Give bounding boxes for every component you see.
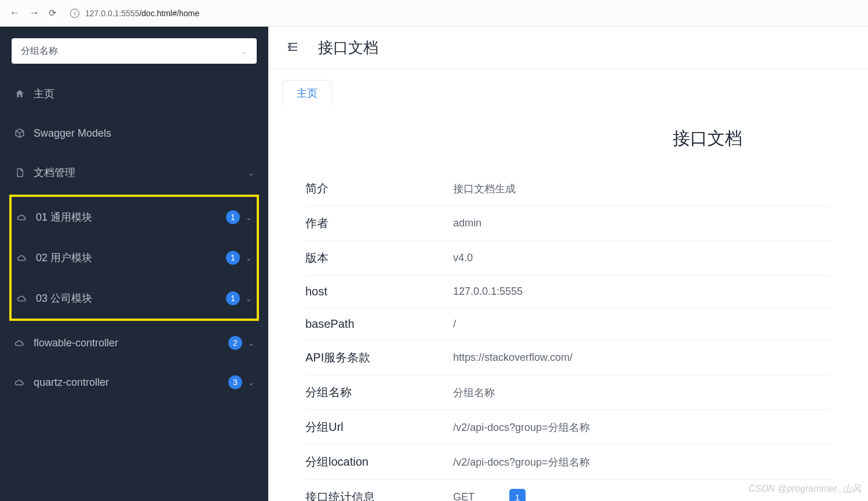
info-label: 作者 <box>305 215 453 231</box>
content-title: 接口文档 <box>583 127 831 151</box>
sidebar-item-label: quartz-controller <box>34 376 109 389</box>
document-icon <box>14 167 25 178</box>
back-button[interactable]: ← <box>9 7 20 19</box>
info-table: 简介 接口文档生成 作者 admin 版本 v4.0 host 127.0.0.… <box>305 171 831 501</box>
chevron-down-icon: ⌄ <box>246 254 252 262</box>
info-row-terms: API服务条款 https://stackoverflow.com/ <box>305 341 831 375</box>
info-value: /v2/api-docs?group=分组名称 <box>453 455 831 469</box>
info-value: /v2/api-docs?group=分组名称 <box>453 420 831 434</box>
url-host: 127.0.0.1:5555 <box>85 9 139 18</box>
url-bar[interactable]: i 127.0.0.1:5555/doc.html#/home <box>70 9 199 18</box>
group-selector-label: 分组名称 <box>21 45 58 57</box>
sidebar-item-home[interactable]: 主页 <box>0 74 268 114</box>
cloud-icon <box>16 294 28 302</box>
info-row-group-name: 分组名称 分组名称 <box>305 375 831 410</box>
home-icon <box>14 89 25 99</box>
group-selector[interactable]: 分组名称 ⌄ <box>12 38 257 64</box>
sidebar-item-module-03[interactable]: 03 公司模块 1 ⌄ <box>12 278 257 319</box>
chevron-down-icon: ⌄ <box>248 339 254 348</box>
info-label: 版本 <box>305 250 453 266</box>
chevron-down-icon: ⌄ <box>246 294 252 303</box>
info-label: 接口统计信息 <box>305 489 453 502</box>
sidebar-item-label: 文档管理 <box>34 166 75 180</box>
info-value: / <box>453 318 831 330</box>
sidebar-item-label: 03 公司模块 <box>36 291 92 305</box>
info-label: host <box>305 285 453 298</box>
info-label: 分组Url <box>305 419 453 435</box>
count-badge: 1 <box>226 291 240 305</box>
highlighted-modules: 01 通用模块 1 ⌄ 02 用户模块 1 ⌄ 03 公司模块 1 <box>9 195 259 321</box>
info-label: 分组location <box>305 454 453 470</box>
chevron-down-icon: ⌄ <box>246 213 252 222</box>
main-content: 接口文档 主页 接口文档 简介 接口文档生成 作者 admin 版本 v4.0 <box>268 27 868 501</box>
count-badge: 3 <box>228 375 242 389</box>
watermark: CSDN @programmer_山风 <box>749 483 861 495</box>
sidebar-item-doc-management[interactable]: 文档管理 ⌄ <box>0 153 268 192</box>
chevron-down-icon: ⌄ <box>248 378 254 387</box>
count-badge: 2 <box>228 336 242 350</box>
sidebar-item-label: Swagger Models <box>34 127 111 140</box>
info-label: API服务条款 <box>305 350 453 365</box>
info-row-author: 作者 admin <box>305 206 831 241</box>
forward-button[interactable]: → <box>29 7 39 19</box>
info-row-host: host 127.0.0.1:5555 <box>305 276 831 308</box>
chevron-down-icon: ⌄ <box>248 169 254 177</box>
app-container: 分组名称 ⌄ 主页 Swagger Models 文档管理 ⌄ <box>0 27 868 501</box>
count-badge: 1 <box>226 251 240 265</box>
info-value: admin <box>453 217 831 229</box>
info-value: 接口文档生成 <box>453 182 831 196</box>
info-row-group-url: 分组Url /v2/api-docs?group=分组名称 <box>305 410 831 445</box>
info-row-basepath: basePath / <box>305 308 831 341</box>
browser-bar: ← → ⟳ i 127.0.0.1:5555/doc.html#/home <box>0 0 868 27</box>
stat-method: GET <box>453 491 475 502</box>
info-value: https://stackoverflow.com/ <box>453 352 831 364</box>
cloud-icon <box>16 213 28 221</box>
page-title: 接口文档 <box>318 38 378 58</box>
tabs: 主页 <box>268 70 868 106</box>
info-label: basePath <box>305 317 453 331</box>
info-icon: i <box>70 9 79 18</box>
sidebar-item-quartz-controller[interactable]: quartz-controller 3 ⌄ <box>0 363 268 402</box>
sidebar-item-label: 02 用户模块 <box>36 251 92 265</box>
cloud-icon <box>16 254 28 262</box>
info-label: 分组名称 <box>305 385 453 400</box>
cloud-icon <box>14 339 25 347</box>
sidebar-item-label: flowable-controller <box>34 337 118 349</box>
chevron-down-icon: ⌄ <box>241 47 247 56</box>
info-label: 简介 <box>305 181 453 196</box>
sidebar-item-module-01[interactable]: 01 通用模块 1 ⌄ <box>12 197 257 237</box>
sidebar-item-swagger-models[interactable]: Swagger Models <box>0 114 268 153</box>
info-value: v4.0 <box>453 252 831 264</box>
content-area: 接口文档 简介 接口文档生成 作者 admin 版本 v4.0 host 127… <box>268 106 868 501</box>
info-row-group-location: 分组location /v2/api-docs?group=分组名称 <box>305 445 831 480</box>
sidebar-item-label: 01 通用模块 <box>36 210 92 224</box>
count-badge: 1 <box>226 210 240 224</box>
collapse-sidebar-icon[interactable] <box>286 40 300 56</box>
info-row-version: 版本 v4.0 <box>305 241 831 276</box>
cube-icon <box>14 128 25 138</box>
tab-home[interactable]: 主页 <box>282 80 332 106</box>
reload-button[interactable]: ⟳ <box>49 8 56 19</box>
sidebar-item-flowable-controller[interactable]: flowable-controller 2 ⌄ <box>0 323 268 363</box>
url-text: 127.0.0.1:5555/doc.html#/home <box>85 9 199 18</box>
url-path: /doc.html#/home <box>139 9 199 18</box>
info-value: 127.0.0.1:5555 <box>453 286 831 298</box>
info-value: 分组名称 <box>453 386 831 400</box>
stat-count-badge: 1 <box>509 489 526 501</box>
topbar: 接口文档 <box>268 27 868 70</box>
cloud-icon <box>14 378 25 386</box>
sidebar-item-label: 主页 <box>34 87 54 101</box>
sidebar: 分组名称 ⌄ 主页 Swagger Models 文档管理 ⌄ <box>0 27 268 501</box>
info-row-intro: 简介 接口文档生成 <box>305 171 831 206</box>
sidebar-item-module-02[interactable]: 02 用户模块 1 ⌄ <box>12 237 257 278</box>
